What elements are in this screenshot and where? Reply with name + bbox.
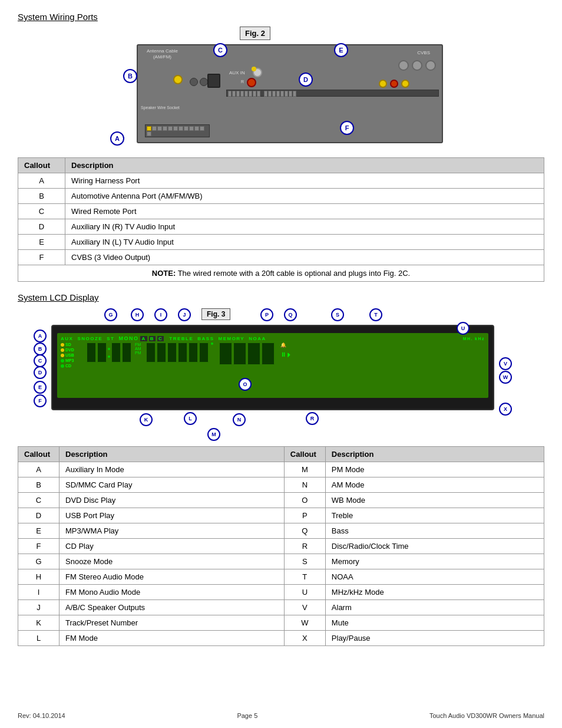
col-description: Description [65, 158, 544, 173]
callout-D: D [299, 73, 313, 87]
callout-D-lcd: D [34, 366, 47, 379]
callout-V: V [499, 357, 512, 370]
callout-O: O [239, 378, 252, 391]
table-row: B [18, 189, 65, 204]
callout-Q: Q [284, 308, 297, 321]
callout-G: G [104, 308, 117, 321]
callout-F: F [340, 121, 354, 135]
footer-page: Page 5 [237, 712, 257, 719]
callout-M: M [207, 428, 220, 441]
table-row: E [18, 235, 65, 250]
callout-C-lcd: C [34, 354, 47, 367]
callout-C: C [213, 43, 227, 57]
callout-A-lcd: A [34, 330, 47, 342]
callout-W: W [499, 371, 512, 384]
callout-B: B [123, 69, 137, 83]
fig2-label: Fig. 2 [240, 27, 270, 40]
callout-S: S [331, 308, 344, 321]
callout-B-lcd: B [34, 342, 47, 355]
callout-U: U [457, 322, 470, 335]
footer-manual: Touch Audio VD300WR Owners Manual [429, 712, 544, 719]
wiring-ports-title: System Wiring Ports [18, 12, 544, 22]
table-row: D [18, 219, 65, 235]
callout-R: R [306, 412, 319, 425]
callout-A: A [110, 131, 124, 146]
callout-P: P [260, 308, 273, 321]
table-row: F [18, 250, 65, 265]
fig2-table: Callout Description AWiring Harness Port… [18, 157, 544, 282]
col-callout: Callout [18, 158, 65, 173]
callout-N: N [233, 413, 246, 426]
fig3-table: Callout Description Callout Description … [18, 446, 544, 646]
callout-H: H [131, 308, 144, 321]
callout-E-lcd: E [34, 381, 47, 394]
callout-T: T [369, 308, 382, 321]
page-footer: Rev: 04.10.2014 Page 5 Touch Audio VD300… [18, 712, 544, 719]
footer-revision: Rev: 04.10.2014 [18, 712, 65, 719]
table-row: C [18, 204, 65, 219]
fig3-label: Fig. 3 [201, 308, 230, 320]
table-row: A [18, 173, 65, 189]
fig2-diagram: Fig. 2 Antenna Cable(AM/FM) AUX IN R [18, 27, 544, 150]
callout-J: J [178, 308, 191, 321]
callout-F-lcd: F [34, 394, 47, 407]
callout-E: E [334, 43, 348, 57]
lcd-display-title: System LCD Display [18, 292, 544, 302]
fig3-diagram: G H I J Fig. 3 P Q S T U A B C D E F V W… [18, 307, 544, 437]
callout-X: X [499, 403, 512, 416]
callout-K: K [140, 413, 153, 426]
callout-I: I [154, 308, 167, 321]
callout-L: L [184, 412, 197, 425]
